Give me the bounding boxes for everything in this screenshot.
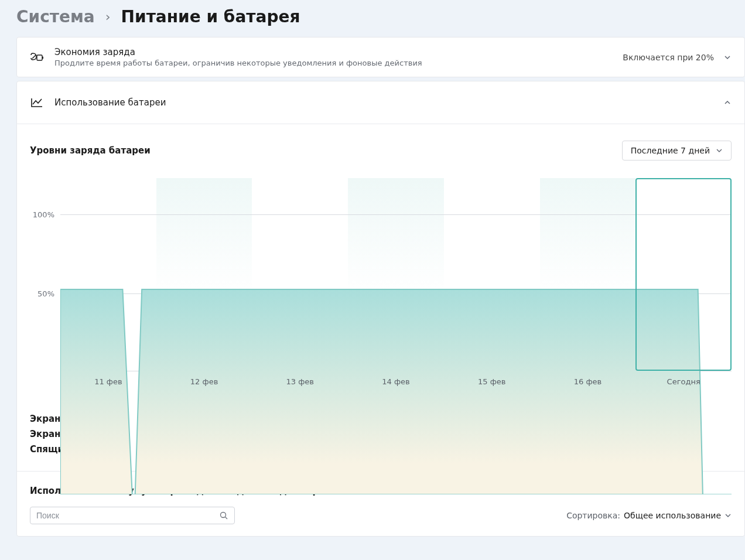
y-tick-50: 50% — [37, 289, 54, 298]
x-tick: 14 фев — [348, 377, 444, 386]
battery-level-chart[interactable]: 100% 50% — [30, 178, 732, 401]
breadcrumb: Система › Питание и батарея — [0, 0, 745, 37]
search-icon — [219, 511, 228, 520]
chevron-up-icon — [723, 98, 732, 107]
x-tick: 15 фев — [444, 377, 540, 386]
x-tick: 13 фев — [252, 377, 348, 386]
battery-area-fill — [60, 178, 732, 494]
sort-label: Сортировка: — [566, 511, 620, 520]
battery-saver-title: Экономия заряда — [54, 47, 623, 57]
x-tick: 12 фев — [156, 377, 252, 386]
chart-line-icon — [30, 97, 46, 108]
battery-saver-panel[interactable]: Экономия заряда Продлите время работы ба… — [16, 37, 745, 77]
time-range-dropdown[interactable]: Последние 7 дней — [622, 141, 732, 161]
sort-value: Общее использование — [624, 511, 721, 520]
app-search-input[interactable] — [36, 511, 219, 520]
battery-saver-status: Включается при 20% — [623, 53, 714, 62]
battery-usage-title: Использование батареи — [54, 97, 723, 108]
breadcrumb-parent[interactable]: Система — [16, 7, 95, 26]
svg-rect-0 — [37, 55, 42, 60]
battery-levels-label: Уровни заряда батареи — [30, 145, 151, 156]
y-tick-100: 100% — [33, 210, 54, 219]
chart-selection-today[interactable] — [635, 178, 732, 371]
x-tick: 11 фев — [60, 377, 156, 386]
battery-usage-header[interactable]: Использование батареи — [17, 81, 744, 124]
chevron-down-icon — [716, 147, 723, 154]
x-tick: Сегодня — [635, 377, 732, 386]
chart-x-axis: 11 фев 12 фев 13 фев 14 фев 15 фев 16 фе… — [60, 377, 732, 386]
chevron-right-icon: › — [105, 9, 111, 24]
app-search-box[interactable] — [30, 507, 235, 524]
leaf-battery-icon — [30, 52, 46, 63]
battery-usage-panel: Использование батареи Уровни заряда бата… — [16, 81, 745, 537]
sort-dropdown[interactable]: Сортировка: Общее использование — [566, 511, 732, 520]
svg-point-2 — [221, 513, 226, 518]
page-title: Питание и батарея — [121, 7, 300, 26]
time-range-value: Последние 7 дней — [631, 146, 710, 155]
x-tick: 16 фев — [540, 377, 636, 386]
chevron-down-icon — [725, 512, 732, 519]
svg-rect-1 — [42, 56, 43, 59]
battery-saver-subtitle: Продлите время работы батареи, ограничив… — [54, 59, 623, 67]
chevron-down-icon — [723, 53, 732, 62]
